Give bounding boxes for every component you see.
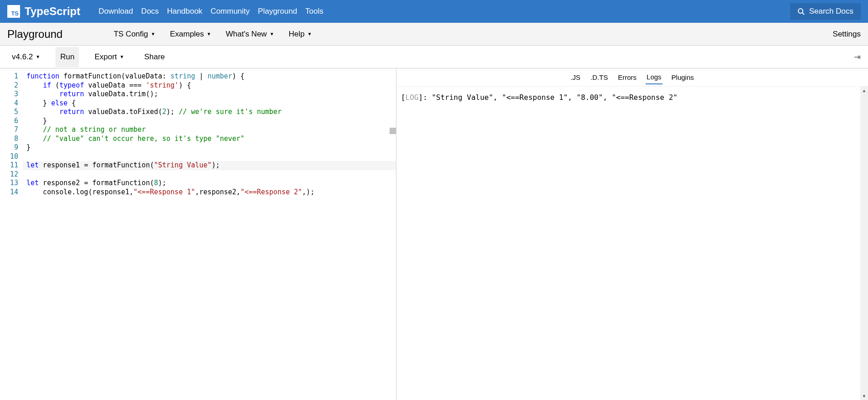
tab-errors[interactable]: Errors	[617, 71, 637, 84]
search-docs[interactable]: Search Docs	[790, 3, 861, 20]
line-gutter: 1234567891011121314	[0, 68, 23, 400]
code-line[interactable]	[23, 170, 396, 179]
scroll-up-icon[interactable]: ▲	[860, 87, 868, 94]
code-line[interactable]: }	[23, 143, 396, 152]
code-line[interactable]: return valueData.trim();	[23, 90, 396, 99]
code-line[interactable]: } else {	[23, 99, 396, 108]
minimap-indicator[interactable]	[390, 128, 396, 134]
primary-nav: Download Docs Handbook Community Playgro…	[98, 7, 324, 16]
brand-logo[interactable]: TS TypeScript	[7, 5, 80, 18]
svg-point-0	[798, 9, 803, 13]
tab-dts[interactable]: .D.TS	[590, 71, 609, 84]
caret-down-icon: ▼	[151, 31, 155, 36]
settings-button[interactable]: Settings	[833, 30, 861, 39]
nav-download[interactable]: Download	[98, 7, 133, 16]
brand-name: TypeScript	[25, 5, 80, 18]
code-line[interactable]: // "value" can't occur here, so it's typ…	[23, 135, 396, 144]
nav-docs[interactable]: Docs	[141, 7, 159, 16]
caret-down-icon: ▼	[207, 31, 211, 36]
code-line[interactable]: console.log(response1,"<==Response 1",re…	[23, 188, 396, 197]
whatsnew-menu[interactable]: What's New▼	[226, 30, 274, 39]
code-line[interactable]: return valueData.toFixed(2); // we're su…	[23, 108, 396, 117]
run-button[interactable]: Run	[56, 47, 79, 67]
editor-toolbar: v4.6.2▼ Run Export▼ Share ⇥	[0, 46, 868, 68]
code-editor[interactable]: 1234567891011121314 function formatFunct…	[0, 68, 396, 400]
top-nav-bar: TS TypeScript Download Docs Handbook Com…	[0, 0, 868, 23]
caret-down-icon: ▼	[120, 54, 124, 59]
search-placeholder: Search Docs	[809, 7, 853, 16]
code-content[interactable]: function formatFunction(valueData: strin…	[23, 68, 396, 400]
scroll-down-icon[interactable]: ▼	[860, 392, 868, 400]
search-icon	[797, 8, 805, 15]
output-tabs: .JS .D.TS Errors Logs Plugins	[396, 68, 868, 87]
nav-playground[interactable]: Playground	[258, 7, 297, 16]
output-pane: .JS .D.TS Errors Logs Plugins [LOG]: "St…	[396, 68, 868, 400]
tab-logs[interactable]: Logs	[646, 70, 663, 84]
log-line: "String Value", "<==Response 1", "8.00",…	[431, 93, 677, 102]
log-tag: LOG	[406, 93, 419, 102]
version-select[interactable]: v4.6.2▼	[7, 47, 45, 67]
tab-js[interactable]: .JS	[570, 71, 581, 84]
nav-tools[interactable]: Tools	[305, 7, 324, 16]
code-line[interactable]: let response2 = formatFunction(8);	[23, 179, 396, 188]
nav-handbook[interactable]: Handbook	[167, 7, 203, 16]
caret-down-icon: ▼	[308, 31, 312, 36]
code-line[interactable]: if (typeof valueData === 'string') {	[23, 81, 396, 90]
collapse-arrow-icon[interactable]: ⇥	[854, 52, 861, 62]
code-line[interactable]: }	[23, 117, 396, 126]
code-line[interactable]: // not a string or number	[23, 125, 396, 135]
nav-community[interactable]: Community	[211, 7, 250, 16]
tab-plugins[interactable]: Plugins	[671, 71, 695, 84]
ts-logo-icon: TS	[7, 5, 20, 18]
output-scrollbar[interactable]: ▲ ▼	[860, 87, 868, 400]
log-output: [LOG]: "String Value", "<==Response 1", …	[396, 87, 860, 400]
code-line[interactable]: let response1 = formatFunction("String V…	[23, 161, 396, 170]
code-line[interactable]: function formatFunction(valueData: strin…	[23, 72, 396, 81]
page-title: Playground	[7, 28, 62, 41]
main-split: 1234567891011121314 function formatFunct…	[0, 68, 868, 400]
caret-down-icon: ▼	[270, 31, 274, 36]
tsconfig-menu[interactable]: TS Config▼	[113, 30, 155, 39]
help-menu[interactable]: Help▼	[289, 30, 312, 39]
examples-menu[interactable]: Examples▼	[170, 30, 211, 39]
caret-down-icon: ▼	[36, 54, 40, 59]
code-line[interactable]	[23, 152, 396, 161]
export-menu[interactable]: Export▼	[90, 47, 128, 67]
playground-bar: Playground TS Config▼ Examples▼ What's N…	[0, 23, 868, 46]
share-button[interactable]: Share	[139, 47, 169, 67]
svg-line-1	[802, 13, 804, 15]
